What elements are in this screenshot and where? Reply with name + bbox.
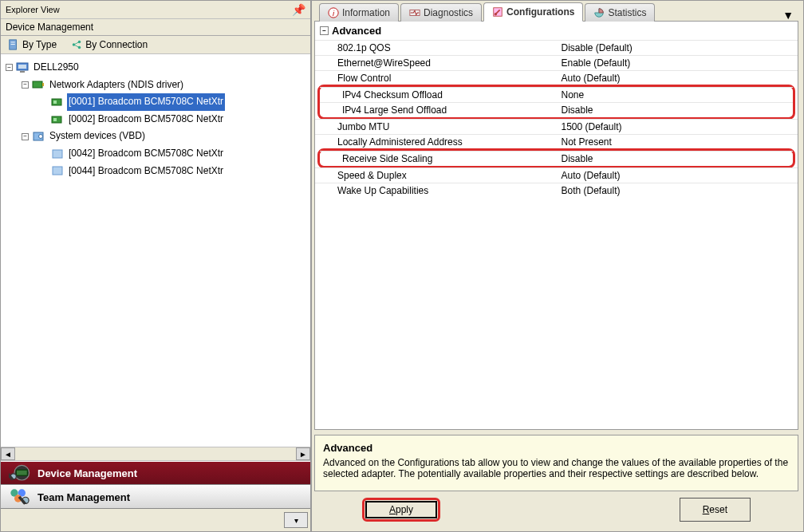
- prop-name: Receive Side Scaling: [320, 152, 557, 166]
- tree-root-label: DELL2950: [32, 59, 81, 77]
- nav-overflow-button[interactable]: ▾: [284, 512, 308, 528]
- prop-name: 802.1p QOS: [315, 41, 557, 55]
- nav-device-management[interactable]: Device Management: [1, 461, 310, 485]
- tab-statistics[interactable]: Statistics: [585, 3, 655, 22]
- tab-overflow-arrow-icon[interactable]: ▼: [778, 9, 798, 22]
- config-section-header[interactable]: − Advanced: [315, 22, 798, 40]
- svg-rect-11: [33, 81, 42, 88]
- nav-bar-stack: Device Management Team Management: [1, 461, 310, 509]
- explorer-title: Explorer View: [6, 5, 60, 14]
- stats-icon: [593, 7, 605, 18]
- by-type-label: By Type: [22, 39, 57, 50]
- expander-minus-icon[interactable]: −: [22, 133, 29, 140]
- tree-spacer: [41, 167, 48, 175]
- prop-value[interactable]: Enable (Default): [557, 56, 798, 70]
- prop-value[interactable]: Not Present: [557, 135, 798, 149]
- prop-value[interactable]: Disable (Default): [557, 41, 798, 55]
- tab-diagnostics[interactable]: Diagnostics: [400, 3, 482, 22]
- tree-node-adapter-0002[interactable]: [0002] Broadcom BCM5708C NetXtr: [4, 111, 307, 128]
- config-row-jumbo[interactable]: Jumbo MTU 1500 (Default): [315, 119, 798, 134]
- svg-line-7: [74, 45, 80, 48]
- computer-icon: [16, 61, 29, 74]
- svg-rect-22: [16, 471, 27, 476]
- apply-label-suffix: pply: [396, 504, 413, 515]
- by-connection-tab[interactable]: By Connection: [64, 36, 155, 53]
- tree-scrollbar[interactable]: ◄ ►: [1, 447, 310, 461]
- sysdev-child-icon: [51, 148, 64, 160]
- reset-button[interactable]: Reset: [680, 498, 751, 522]
- tab-configurations[interactable]: Configurations: [483, 2, 583, 22]
- config-row-wake[interactable]: Wake Up Capabilities Both (Default): [315, 183, 798, 198]
- by-connection-label: By Connection: [85, 39, 148, 50]
- tab-strip: i Information Diagnostics Configurations…: [314, 2, 798, 22]
- nav-overflow-strip: ▾: [1, 509, 310, 531]
- config-row-wirespeed[interactable]: Ethernet@WireSpeed Enable (Default): [315, 55, 798, 70]
- tree-node-sysdev-0044[interactable]: [0044] Broadcom BCM5708C NetXtr: [4, 163, 307, 180]
- svg-point-34: [495, 13, 498, 16]
- config-row-ipv4-lso[interactable]: IPv4 Large Send Offload Disable: [320, 102, 793, 117]
- expander-minus-icon[interactable]: −: [320, 26, 329, 35]
- adapter-group-icon: [32, 78, 45, 91]
- tab-information[interactable]: i Information: [319, 3, 399, 22]
- sysdev-0042-label: [0042] Broadcom BCM5708C NetXtr: [67, 145, 225, 163]
- prop-value[interactable]: Disable: [557, 152, 794, 166]
- tab-stats-label: Statistics: [608, 7, 646, 18]
- tree-node-root[interactable]: − DELL2950: [4, 59, 307, 77]
- tab-info-label: Information: [342, 7, 390, 18]
- prop-value[interactable]: 1500 (Default): [557, 120, 798, 134]
- help-description-box: Advanced Advanced on the Configurations …: [314, 435, 798, 491]
- prop-name: Speed & Duplex: [315, 168, 557, 183]
- config-row-laa[interactable]: Locally Administered Address Not Present: [315, 134, 798, 149]
- prop-value[interactable]: None: [557, 88, 794, 102]
- prop-name: Jumbo MTU: [315, 120, 557, 134]
- tree-node-sysdev-0042[interactable]: [0042] Broadcom BCM5708C NetXtr: [4, 145, 307, 163]
- tree-node-sysdevices[interactable]: − System devices (VBD): [4, 128, 307, 145]
- highlight-apply-button: Apply: [362, 498, 440, 522]
- tree-node-adapter-0001[interactable]: [0001] Broadcom BCM5708C NetXtr: [4, 93, 307, 111]
- prop-value[interactable]: Auto (Default): [557, 71, 798, 85]
- tree-node-netadapters[interactable]: − Network Adapters (NDIS driver): [4, 77, 307, 94]
- prop-name: Wake Up Capabilities: [315, 183, 557, 198]
- tree-spacer: [41, 150, 48, 157]
- reset-label-suffix: eset: [709, 504, 727, 515]
- prop-value[interactable]: Auto (Default): [557, 168, 798, 183]
- config-row-speedduplex[interactable]: Speed & Duplex Auto (Default): [315, 167, 798, 183]
- device-tree[interactable]: − DELL2950 − Network Adapters (NDIS driv…: [1, 54, 310, 447]
- prop-value[interactable]: Both (Default): [557, 183, 798, 198]
- expander-minus-icon[interactable]: −: [22, 81, 29, 89]
- scroll-right-arrow-icon[interactable]: ►: [296, 447, 310, 460]
- expander-minus-icon[interactable]: −: [6, 64, 13, 71]
- prop-name: IPv4 Checksum Offload: [320, 88, 557, 102]
- pin-icon[interactable]: 📌: [292, 3, 305, 16]
- svg-line-6: [74, 42, 80, 45]
- page-icon: [8, 39, 19, 50]
- nav-team-management[interactable]: Team Management: [1, 485, 310, 509]
- svg-rect-2: [11, 44, 15, 45]
- sysdevices-label: System devices (VBD): [48, 128, 147, 145]
- tab-diag-label: Diagnostics: [424, 7, 473, 18]
- apply-button[interactable]: Apply: [365, 501, 437, 518]
- config-row-flowcontrol[interactable]: Flow Control Auto (Default): [315, 70, 798, 85]
- scroll-left-arrow-icon[interactable]: ◄: [1, 447, 15, 460]
- config-row-ipv4-checksum[interactable]: IPv4 Checksum Offload None: [320, 87, 793, 102]
- explorer-title-bar: Explorer View 📌: [1, 1, 310, 19]
- sysdev-0044-label: [0044] Broadcom BCM5708C NetXtr: [67, 163, 225, 180]
- svg-rect-19: [53, 150, 62, 158]
- svg-rect-10: [20, 71, 25, 73]
- prop-name: Flow Control: [315, 71, 557, 85]
- config-icon: [492, 6, 503, 18]
- config-row-rss[interactable]: Receive Side Scaling Disable: [320, 151, 793, 166]
- svg-rect-1: [11, 42, 15, 43]
- config-row-qos[interactable]: 802.1p QOS Disable (Default): [315, 40, 798, 55]
- netadapters-label: Network Adapters (NDIS driver): [48, 77, 185, 94]
- by-type-tab[interactable]: By Type: [1, 36, 64, 53]
- help-body: Advanced on the Configurations tab allow…: [323, 457, 790, 479]
- tree-spacer: [41, 116, 48, 123]
- svg-rect-20: [53, 167, 62, 175]
- prop-name: IPv4 Large Send Offload: [320, 103, 557, 117]
- nav-team-label: Team Management: [37, 491, 130, 503]
- prop-value[interactable]: Disable: [557, 103, 794, 117]
- config-grid[interactable]: − Advanced 802.1p QOS Disable (Default) …: [314, 21, 798, 430]
- svg-rect-9: [18, 65, 26, 69]
- svg-rect-12: [42, 83, 44, 86]
